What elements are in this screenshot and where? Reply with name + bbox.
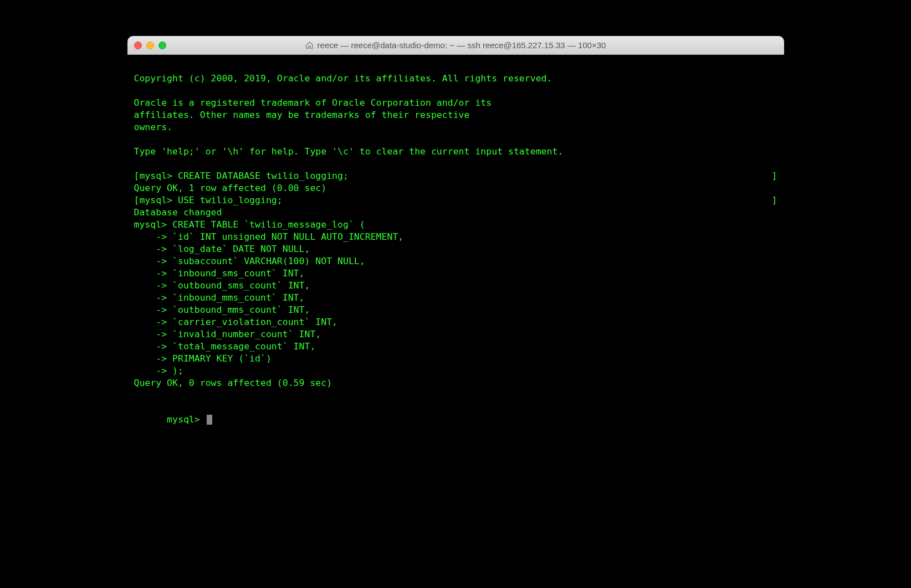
terminal-line: -> `log_date` DATE NOT NULL, [134,243,777,255]
close-button[interactable] [134,42,142,49]
terminal-lines: Database changedmysql> CREATE TABLE `twi… [134,207,777,401]
terminal-body[interactable]: Copyright (c) 2000, 2019, Oracle and/or … [127,55,784,446]
terminal-line [134,133,777,146]
terminal-bracket: ] [772,170,777,182]
terminal-line: -> `outbound_sms_count` INT, [134,280,777,292]
terminal-line: -> `outbound_mms_count` INT, [134,304,777,316]
terminal-line: -> ); [134,365,777,377]
home-icon [305,41,314,50]
terminal-line: mysql> CREATE TABLE `twilio_message_log`… [134,219,777,231]
terminal-line [134,85,777,97]
terminal-line: -> `subaccount` VARCHAR(100) NOT NULL, [134,255,777,267]
terminal-line: -> `inbound_sms_count` INT, [134,267,777,280]
terminal-line: affiliates. Other names may be trademark… [134,109,777,121]
maximize-button[interactable] [158,42,166,49]
terminal-prompt: mysql> [167,414,206,425]
terminal-text: [mysql> CREATE DATABASE twilio_logging; [134,170,349,182]
terminal-line: -> PRIMARY KEY (`id`) [134,353,777,365]
terminal-line: Type 'help;' or '\h' for help. Type '\c'… [134,146,777,158]
terminal-line: -> `carrier_violation_count` INT, [134,316,777,328]
cursor [207,415,212,425]
terminal-line: [mysql> CREATE DATABASE twilio_logging; … [134,170,777,182]
terminal-prompt-line: mysql> [134,401,777,438]
terminal-lines: Copyright (c) 2000, 2019, Oracle and/or … [134,60,777,170]
terminal-line: owners. [134,121,777,133]
minimize-button[interactable] [146,42,154,49]
terminal-window: reece — reece@data-studio-demo: ~ — ssh … [127,36,784,446]
window-title-wrap: reece — reece@data-studio-demo: ~ — ssh … [127,40,784,50]
terminal-line: -> `total_message_count` INT, [134,341,777,353]
terminal-line: -> `id` INT unsigned NOT NULL AUTO_INCRE… [134,231,777,243]
terminal-line: -> `invalid_number_count` INT, [134,328,777,341]
terminal-line: -> `inbound_mms_count` INT, [134,292,777,304]
terminal-line [134,389,777,401]
window-title: reece — reece@data-studio-demo: ~ — ssh … [318,40,606,50]
terminal-line [134,158,777,170]
terminal-line: [mysql> USE twilio_logging; ] [134,194,777,207]
terminal-bracket: ] [772,194,777,207]
terminal-line: Oracle is a registered trademark of Orac… [134,97,777,109]
terminal-line: Query OK, 1 row affected (0.00 sec) [134,182,777,194]
terminal-line [134,60,777,73]
titlebar: reece — reece@data-studio-demo: ~ — ssh … [127,36,784,55]
terminal-line: Copyright (c) 2000, 2019, Oracle and/or … [134,73,777,85]
terminal-line: Database changed [134,207,777,219]
traffic-lights [134,42,166,49]
terminal-text: [mysql> USE twilio_logging; [134,194,283,207]
terminal-line: Query OK, 0 rows affected (0.59 sec) [134,377,777,389]
